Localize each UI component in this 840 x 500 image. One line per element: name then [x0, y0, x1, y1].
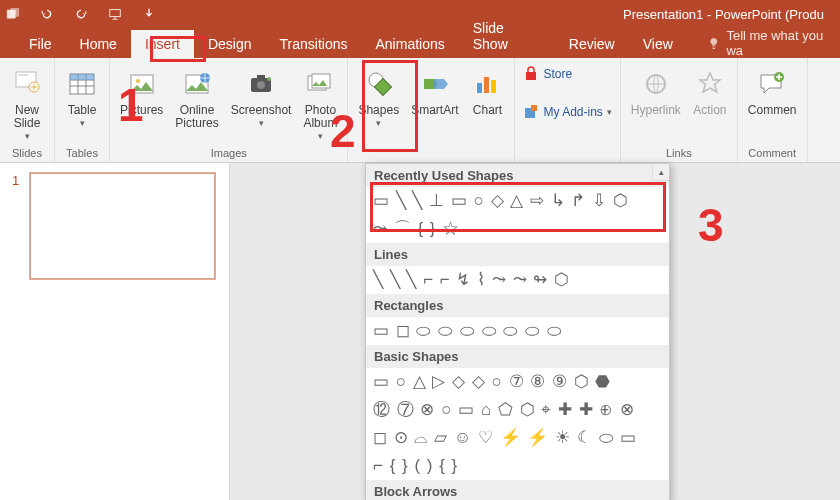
svg-rect-4	[18, 74, 28, 76]
group-comments: Commen Comment	[738, 58, 808, 162]
screenshot-icon	[246, 66, 276, 102]
svg-rect-14	[257, 75, 265, 79]
chevron-down-icon: ▾	[607, 107, 612, 117]
shapes-dropdown: ▴ Recently Used Shapes ▭ ╲ ╲ ⊥ ▭ ○ ◇ △ ⇨…	[365, 163, 670, 500]
svg-rect-22	[491, 80, 496, 93]
hyperlink-button[interactable]: Hyperlink	[625, 62, 687, 145]
group-links: Hyperlink Action Links	[621, 58, 738, 162]
shapes-icon	[363, 66, 395, 102]
svg-rect-7	[70, 74, 94, 80]
svg-rect-24	[531, 105, 537, 111]
tab-file[interactable]: File	[15, 30, 66, 58]
pictures-button[interactable]: Pictures	[114, 62, 169, 145]
group-slides: New Slide ▾ Slides	[0, 58, 55, 162]
table-button[interactable]: Table ▾	[59, 62, 105, 145]
title-bar: Presentation1 - PowerPoint (Produ	[0, 0, 840, 28]
smartart-icon	[420, 66, 450, 102]
smartart-button[interactable]: SmartArt	[405, 62, 464, 145]
chart-icon	[472, 66, 502, 102]
shapes-row-lines[interactable]: ╲ ╲ ╲ ⌐ ⌐ ↯ ⌇ ⤳ ⤳ ↬ ⬡	[366, 266, 669, 294]
tab-view[interactable]: View	[629, 30, 687, 58]
chevron-down-icon: ▾	[80, 118, 85, 128]
pictures-icon	[127, 66, 157, 102]
photo-album-icon	[305, 66, 335, 102]
chevron-down-icon: ▾	[376, 118, 381, 128]
tab-slideshow[interactable]: Slide Show	[459, 14, 555, 58]
svg-point-9	[136, 79, 140, 83]
screenshot-button[interactable]: Screenshot ▾	[225, 62, 298, 145]
new-slide-icon	[12, 66, 42, 102]
shapes-row-recent-1[interactable]: ▭ ╲ ╲ ⊥ ▭ ○ ◇ △ ⇨ ↳ ↱ ⇩ ⬡	[366, 187, 669, 215]
group-images: Pictures Online Pictures Screenshot ▾ Ph…	[110, 58, 348, 162]
undo-icon[interactable]	[40, 7, 54, 21]
tab-home[interactable]: Home	[66, 30, 131, 58]
shapes-row-basic-3[interactable]: ◻ ⊙ ⌓ ▱ ☺ ♡ ⚡ ⚡ ☀ ☾ ⬭ ▭	[366, 424, 669, 452]
chevron-down-icon: ▾	[259, 118, 264, 128]
window-title: Presentation1 - PowerPoint (Produ	[623, 7, 824, 22]
photo-album-button[interactable]: Photo Album ▾	[297, 62, 343, 145]
shapes-row-basic-1[interactable]: ▭ ○ △ ▷ ◇ ◇ ○ ⑦ ⑧ ⑨ ⬡ ⬣	[366, 368, 669, 396]
store-button[interactable]: Store	[523, 66, 611, 82]
quick-access-toolbar	[6, 7, 156, 21]
svg-rect-20	[477, 83, 482, 93]
group-tables: Table ▾ Tables	[55, 58, 110, 162]
shapes-row-rects[interactable]: ▭ ◻ ⬭ ⬭ ⬭ ⬭ ⬭ ⬭ ⬭	[366, 317, 669, 345]
svg-point-13	[257, 81, 265, 89]
slide-thumbnail-panel: 1	[0, 163, 230, 500]
ribbon: New Slide ▾ Slides Table ▾ Tables Pictur…	[0, 58, 840, 163]
online-pictures-icon	[182, 66, 212, 102]
addins-icon	[523, 104, 539, 120]
my-addins-button[interactable]: My Add-ins ▾	[523, 104, 611, 120]
hyperlink-icon	[641, 66, 671, 102]
slide-thumbnail-1[interactable]	[30, 173, 215, 279]
app-icon	[6, 7, 20, 21]
svg-rect-21	[484, 77, 489, 93]
new-slide-button[interactable]: New Slide ▾	[4, 62, 50, 145]
chevron-down-icon: ▾	[25, 131, 30, 141]
tell-me[interactable]: Tell me what you wa	[707, 28, 840, 58]
shapes-group-block-header: Block Arrows	[366, 480, 669, 500]
shapes-group-rects-header: Rectangles	[366, 294, 669, 317]
online-pictures-button[interactable]: Online Pictures	[169, 62, 224, 145]
chevron-down-icon: ▾	[318, 131, 323, 141]
shapes-button[interactable]: Shapes ▾	[352, 62, 405, 145]
shapes-row-basic-2[interactable]: ⑫ ⑦ ⊗ ○ ▭ ⌂ ⬠ ⬡ ⌖ ✚ ✚ ⊕ ⊗	[366, 396, 669, 424]
group-illustrations: Shapes ▾ SmartArt Chart	[348, 58, 515, 162]
svg-rect-2	[110, 10, 121, 17]
touch-mode-icon[interactable]	[142, 7, 156, 21]
table-icon	[67, 66, 97, 102]
tab-animations[interactable]: Animations	[361, 30, 458, 58]
new-comment-button[interactable]: Commen	[742, 62, 803, 145]
chart-button[interactable]: Chart	[464, 62, 510, 145]
slide-number: 1	[12, 173, 19, 188]
shapes-row-recent-2[interactable]: ⤳ ⌒ { } ☆	[366, 215, 669, 243]
store-icon	[523, 66, 539, 82]
start-slideshow-icon[interactable]	[108, 7, 122, 21]
shapes-group-recent-header: Recently Used Shapes	[366, 164, 669, 187]
ribbon-tabs: File Home Insert Design Transitions Anim…	[0, 28, 840, 58]
action-icon	[695, 66, 725, 102]
tab-design[interactable]: Design	[194, 30, 266, 58]
tab-insert[interactable]: Insert	[131, 30, 194, 58]
svg-point-15	[267, 77, 271, 81]
group-addins: Store My Add-ins ▾	[515, 58, 620, 162]
tab-review[interactable]: Review	[555, 30, 629, 58]
redo-icon[interactable]	[74, 7, 88, 21]
comment-icon	[757, 66, 787, 102]
action-button[interactable]: Action	[687, 62, 733, 145]
shapes-row-basic-4[interactable]: ⌐ { } ( ) { }	[366, 452, 669, 480]
shapes-group-lines-header: Lines	[366, 243, 669, 266]
shapes-group-basic-header: Basic Shapes	[366, 345, 669, 368]
tab-transitions[interactable]: Transitions	[266, 30, 362, 58]
svg-rect-1	[10, 8, 19, 17]
scroll-up-button[interactable]: ▴	[652, 164, 669, 181]
